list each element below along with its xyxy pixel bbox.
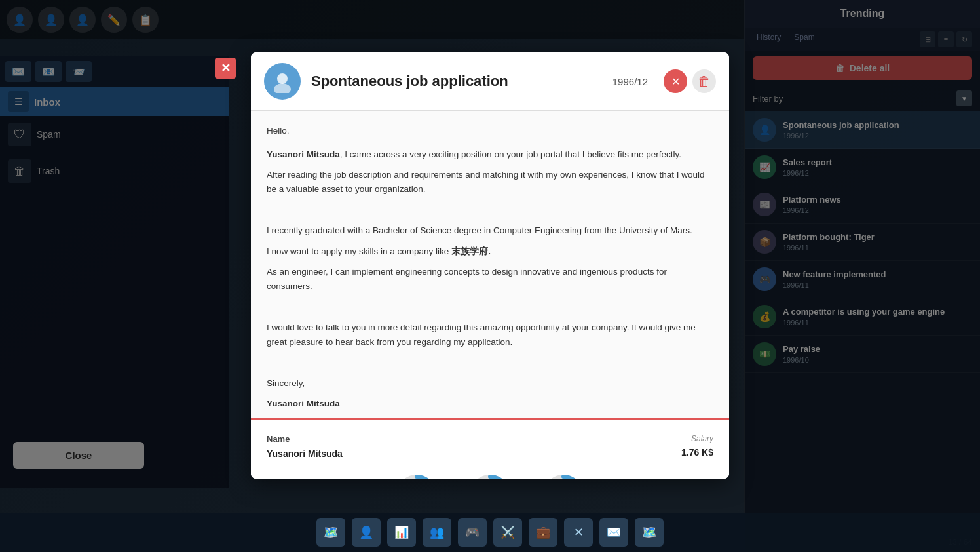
candidate-salary-block: Salary 1.76 K$ (681, 433, 713, 460)
taskbar: 🗺️ 👤 📊 👥 🎮 ⚔️ 💼 ✕ ✉️ 🗺️ (0, 513, 980, 552)
move-trash-button[interactable]: 🗑 (692, 69, 716, 93)
taskbar-chart-icon[interactable]: 📊 (387, 518, 416, 547)
stat-circle-3: 35% (540, 471, 587, 479)
taskbar-mail-icon[interactable]: ✉️ (599, 518, 628, 547)
taskbar-team-icon[interactable]: 👥 (423, 518, 451, 547)
modal-actions: ✕ 🗑 (664, 69, 716, 93)
email-signoff: Sincerely, (267, 376, 713, 391)
taskbar-person-icon[interactable]: 👤 (352, 518, 381, 547)
svg-point-0 (277, 73, 288, 84)
taskbar-briefcase-icon[interactable]: 💼 (529, 518, 557, 547)
candidate-card: Name Yusanori Mitsuda Salary 1.76 K$ (251, 418, 729, 479)
taskbar-game-icon[interactable]: 🎮 (458, 518, 487, 547)
email-body-spacer2 (267, 300, 713, 314)
email-body-1-text: , I came across a very exciting position… (340, 149, 681, 159)
email-sender-name: Yusanori Mitsuda (267, 397, 713, 411)
svg-point-3 (398, 477, 435, 479)
email-body-2: After reading the job description and re… (267, 168, 713, 196)
email-greeting: Hello, (267, 124, 713, 138)
trending-close-button[interactable]: ✕ (215, 58, 236, 79)
sender-avatar (264, 63, 301, 100)
candidate-name-value: Yusanori Mitsuda (267, 446, 343, 461)
email-date: 1996/12 (612, 76, 648, 87)
stat-circle-1: 35% (393, 471, 440, 479)
email-body-6: I would love to talk to you in more deta… (267, 321, 713, 349)
modal-body: Hello, Yusanori Mitsuda, I came across a… (251, 111, 729, 479)
email-body-4: I now want to apply my skills in a compa… (267, 245, 713, 259)
taskbar-map-icon[interactable]: 🗺️ (316, 518, 345, 547)
modal-header: Spontaneous job application 1996/12 ✕ 🗑 (251, 52, 729, 111)
email-subject: Spontaneous job application (311, 73, 602, 90)
email-spacer3 (267, 355, 713, 370)
candidate-name-block: Name Yusanori Mitsuda (267, 433, 343, 461)
email-body-5: As an engineer, I can implement engineer… (267, 265, 713, 293)
candidate-salary-label: Salary (681, 433, 713, 445)
candidate-salary-value: 1.76 K$ (681, 445, 713, 460)
email-body-4-pre: I now want to apply my skills in a compa… (267, 246, 451, 256)
mark-spam-button[interactable]: ✕ (664, 69, 687, 93)
email-company: 末族学府. (451, 246, 491, 256)
svg-point-1 (274, 83, 291, 93)
taskbar-map2-icon[interactable]: 🗺️ (635, 518, 664, 547)
modal-overlay: Spontaneous job application 1996/12 ✕ 🗑 … (0, 0, 980, 552)
stat-circle-2: 35% (466, 471, 514, 479)
email-body-spacer (267, 203, 713, 217)
candidate-info-row: Name Yusanori Mitsuda Salary 1.76 K$ (267, 433, 713, 461)
email-sender-bold: Yusanori Mitsuda (267, 149, 340, 159)
email-body-1: Yusanori Mitsuda, I came across a very e… (267, 148, 713, 162)
email-body-3: I recently graduated with a Bachelor of … (267, 224, 713, 238)
svg-point-5 (472, 477, 508, 479)
email-modal: Spontaneous job application 1996/12 ✕ 🗑 … (251, 52, 729, 479)
taskbar-battle-icon[interactable]: ⚔️ (493, 518, 522, 547)
candidate-name-label: Name (267, 433, 343, 446)
taskbar-x-icon[interactable]: ✕ (564, 518, 593, 547)
candidate-stats: 35% 35% (267, 471, 713, 479)
svg-point-7 (545, 477, 582, 479)
